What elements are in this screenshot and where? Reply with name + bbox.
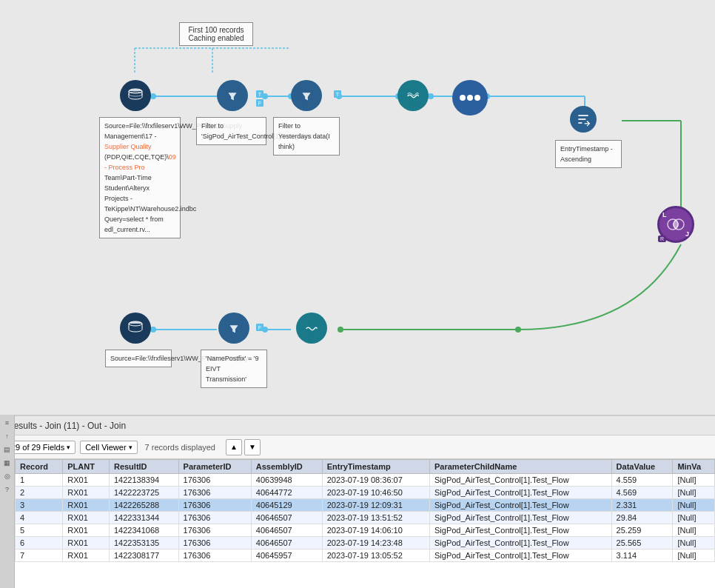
table-cell: RX01 <box>63 512 110 524</box>
col-parameterid: ParameterID <box>178 460 251 474</box>
table-cell: 2023-07-19 13:51:52 <box>322 512 429 524</box>
table-cell: 5 <box>16 524 63 537</box>
table-cell: 25.565 <box>611 537 673 549</box>
table-cell: 40645957 <box>251 549 322 562</box>
cell-viewer-label: Cell Viewer <box>85 443 126 452</box>
sidebar-icon-list[interactable]: ≡ <box>2 418 13 428</box>
node-input-bottom-label: Source=File:\\frxfileserv1\WW_PUBLIC\Sup… <box>105 350 172 367</box>
table-cell: 1422331344 <box>109 512 178 524</box>
node-sort[interactable]: EntryTimestamp - Ascending <box>570 106 597 133</box>
table-cell: SigPod_AirTest_Control[1].Test_Flow <box>430 499 612 512</box>
scroll-down-button[interactable]: ▼ <box>244 439 261 455</box>
table-cell: 2023-07-19 10:46:50 <box>322 487 429 499</box>
scroll-up-button[interactable]: ▲ <box>226 439 242 455</box>
node-filter2[interactable]: Filter to Yesterdays data(I think) <box>291 80 322 111</box>
table-cell: [Null] <box>673 549 715 562</box>
node-wave[interactable] <box>397 80 429 111</box>
table-cell: 1422138394 <box>109 474 178 487</box>
node-input-top-label: Source=File:\\frxfileserv1\WW_PUBLIC\Sup… <box>99 117 181 238</box>
svg-point-22 <box>150 327 156 333</box>
table-row[interactable]: 1RX011422138394176306406399482023-07-19 … <box>16 474 715 487</box>
table-cell: 6 <box>16 537 63 549</box>
table-cell: 176306 <box>178 487 251 499</box>
table-cell: 2023-07-19 14:23:48 <box>322 537 429 549</box>
table-cell: SigPod_AirTest_Control[1].Test_Flow <box>430 512 612 524</box>
svg-point-15 <box>150 93 156 99</box>
node-input-top[interactable]: Source=File:\\frxfileserv1\WW_PUBLIC\Sup… <box>120 80 151 111</box>
sidebar-icon-help[interactable]: ? <box>2 484 13 495</box>
table-cell: 1 <box>16 474 63 487</box>
table-cell: 1422353135 <box>109 537 178 549</box>
cell-viewer-button[interactable]: Cell Viewer ▾ <box>80 441 137 454</box>
table-cell: RX01 <box>63 474 110 487</box>
results-header: Results - Join (11) - Out - Join <box>0 416 715 435</box>
svg-point-25 <box>515 327 521 333</box>
node-filter2-label: Filter to Yesterdays data(I think) <box>273 117 340 156</box>
node-output-bottom[interactable] <box>296 313 327 344</box>
table-cell: 2023-07-19 08:36:07 <box>322 474 429 487</box>
table-header-row: Record PLANT ResultID ParameterID Assemb… <box>16 460 715 474</box>
table-cell: RX01 <box>63 524 110 537</box>
results-panel: Results - Join (11) - Out - Join 29 of 2… <box>0 415 715 588</box>
svg-text:T: T <box>258 92 262 97</box>
table-cell: 40646507 <box>251 524 322 537</box>
workflow-canvas[interactable]: T F T F First 100 records Caching enable… <box>0 0 715 415</box>
svg-point-16 <box>262 93 268 99</box>
fields-button[interactable]: 29 of 29 Fields ▾ <box>6 441 75 454</box>
table-row[interactable]: 4RX011422331344176306406465072023-07-19 … <box>16 512 715 524</box>
table-cell: 7 <box>16 549 63 562</box>
svg-rect-28 <box>256 99 263 107</box>
col-minva: MinVa <box>673 460 715 474</box>
table-cell: RX01 <box>63 487 110 499</box>
cell-viewer-chevron-icon: ▾ <box>129 444 132 451</box>
node-input-bottom[interactable]: Source=File:\\frxfileserv1\WW_PUBLIC\Sup… <box>120 313 151 344</box>
col-assemblyid: AssemblyID <box>251 460 322 474</box>
col-parameterchildname: ParameterChildName <box>430 460 612 474</box>
node-join[interactable]: L J R <box>657 206 694 243</box>
sidebar-icon-circle[interactable]: ◎ <box>2 471 13 481</box>
col-resultid: ResultID <box>109 460 178 474</box>
table-cell: SigPod_AirTest_Control[1].Test_Flow <box>430 524 612 537</box>
table-cell: 2.331 <box>611 499 673 512</box>
table-cell: RX01 <box>63 537 110 549</box>
table-cell: [Null] <box>673 487 715 499</box>
svg-text:F: F <box>258 101 261 106</box>
sidebar-icon-up[interactable]: ↑ <box>2 431 13 441</box>
table-cell: 2023-07-19 12:09:31 <box>322 499 429 512</box>
table-cell: 176306 <box>178 524 251 537</box>
table-cell: SigPod_AirTest_Control[1].Test_Flow <box>430 537 612 549</box>
table-row[interactable]: 5RX011422341068176306406465072023-07-19 … <box>16 524 715 537</box>
table-row[interactable]: 6RX011422353135176306406465072023-07-19 … <box>16 537 715 549</box>
node-sort-label: EntryTimestamp - Ascending <box>555 140 622 168</box>
table-cell: 1422223725 <box>109 487 178 499</box>
table-cell: 1422341068 <box>109 524 178 537</box>
data-table-container[interactable]: Record PLANT ResultID ParameterID Assemb… <box>15 459 715 562</box>
svg-rect-30 <box>334 90 341 98</box>
fields-label: 29 of 29 Fields <box>11 443 64 452</box>
svg-rect-32 <box>256 324 263 331</box>
sidebar-icon-table[interactable]: ▦ <box>2 458 13 468</box>
node-dots[interactable] <box>452 80 488 116</box>
results-toolbar: 29 of 29 Fields ▾ Cell Viewer ▾ 7 record… <box>0 435 715 459</box>
table-row[interactable]: 7RX011422308177176306406459572023-07-19 … <box>16 549 715 562</box>
table-cell: 176306 <box>178 474 251 487</box>
col-record: Record <box>16 460 63 474</box>
table-row[interactable]: 3RX011422265288176306406451292023-07-19 … <box>16 499 715 512</box>
left-sidebar: ≡ ↑ ▤ ▦ ◎ ? <box>0 415 15 588</box>
table-cell: 176306 <box>178 537 251 549</box>
col-plant: PLANT <box>63 460 110 474</box>
table-cell: 4.569 <box>611 487 673 499</box>
table-cell: [Null] <box>673 512 715 524</box>
table-cell: RX01 <box>63 549 110 562</box>
table-cell: SigPod_AirTest_Control[1].Test_Flow <box>430 474 612 487</box>
table-cell: 25.259 <box>611 524 673 537</box>
sidebar-icon-grid[interactable]: ▤ <box>2 444 13 455</box>
node-filter1[interactable]: Filter to 'SigPod_AirTest_Control[1].Tes… <box>217 80 248 111</box>
svg-point-23 <box>262 327 268 333</box>
svg-point-20 <box>428 93 434 99</box>
table-row[interactable]: 2RX011422223725176306406447722023-07-19 … <box>16 487 715 499</box>
table-cell: [Null] <box>673 474 715 487</box>
table-cell: RX01 <box>63 499 110 512</box>
node-filter-bottom[interactable]: 'NamePostfix' = '9 EIVT Transmission' <box>218 313 249 344</box>
results-title: Results - Join (11) - Out - Join <box>7 421 126 431</box>
